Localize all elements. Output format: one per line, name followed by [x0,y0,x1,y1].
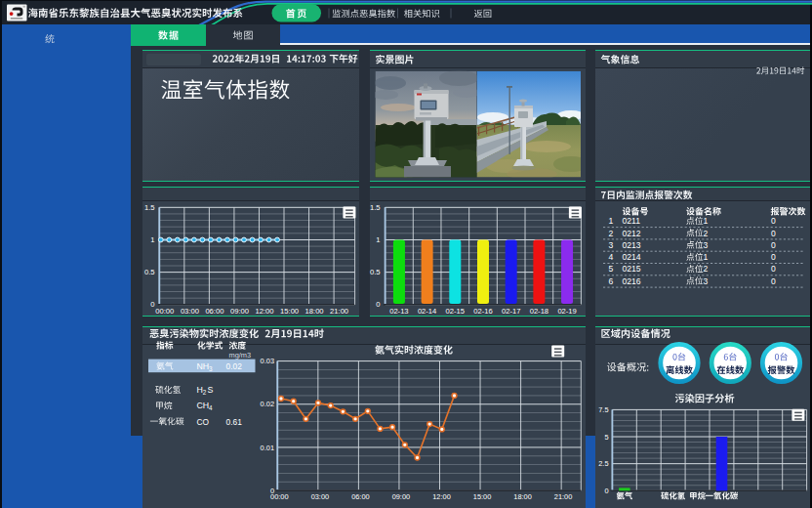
svg-text:4: 4 [209,404,213,411]
svg-text:5: 5 [604,433,608,442]
svg-text:3: 3 [609,240,614,250]
svg-text:0: 0 [771,252,776,262]
svg-text:02-17: 02-17 [502,307,520,316]
svg-text:03:00: 03:00 [311,492,330,501]
svg-text:0216: 0216 [623,276,641,286]
svg-text:0213: 0213 [623,240,641,250]
svg-text:02-14: 02-14 [418,307,436,316]
svg-text:1: 1 [704,216,709,226]
svg-text:03:00: 03:00 [181,307,199,316]
svg-text:02-19: 02-19 [557,307,576,316]
svg-text:02-13: 02-13 [389,307,408,316]
svg-text:02-15: 02-15 [446,307,465,316]
svg-text:0: 0 [150,300,154,309]
svg-text:6: 6 [609,276,614,286]
svg-text:02-16: 02-16 [473,307,492,316]
svg-text:0.01: 0.01 [261,444,274,452]
svg-text:0: 0 [771,240,776,250]
svg-text:3: 3 [704,276,709,286]
svg-text:18:00: 18:00 [305,307,324,316]
svg-text:0: 0 [771,229,776,238]
svg-text:00:00: 00:00 [270,492,289,501]
svg-text:0.03: 0.03 [261,357,274,365]
svg-text:02-18: 02-18 [530,307,548,316]
svg-text:1: 1 [376,235,380,244]
svg-text:1: 1 [704,252,709,262]
svg-text:2: 2 [203,389,207,396]
svg-text:CH: CH [197,401,210,410]
svg-text:S: S [207,385,213,395]
svg-text:0.61: 0.61 [226,417,243,427]
svg-text:1: 1 [150,235,154,244]
svg-text:2: 2 [704,264,709,274]
svg-text:0: 0 [376,300,380,309]
svg-text:3: 3 [704,240,709,250]
svg-text:0211: 0211 [623,216,641,226]
svg-text:1.5: 1.5 [370,203,381,212]
svg-text:09:00: 09:00 [392,492,411,501]
svg-text:09:00: 09:00 [230,307,249,316]
svg-text:0215: 0215 [623,264,641,274]
svg-text:0: 0 [771,276,776,286]
svg-text:0214: 0214 [623,252,641,262]
svg-text:0: 0 [771,264,776,274]
svg-text:12:00: 12:00 [255,307,273,316]
svg-text:06:00: 06:00 [351,492,370,501]
svg-text:3: 3 [209,365,213,372]
svg-text:0.5: 0.5 [144,268,155,276]
svg-text:0.02: 0.02 [261,400,274,408]
svg-text:1.5: 1.5 [144,203,155,212]
svg-text:CO: CO [197,417,210,427]
svg-text:0: 0 [771,216,776,226]
svg-text:NH: NH [197,361,210,371]
svg-text:0.5: 0.5 [370,268,381,276]
svg-text:15:00: 15:00 [280,307,299,316]
svg-text:7.5: 7.5 [598,405,608,414]
svg-text:06:00: 06:00 [205,307,223,316]
svg-text:21:00: 21:00 [554,492,573,501]
svg-text:12:00: 12:00 [432,492,451,501]
svg-text:2: 2 [609,229,614,238]
svg-text:21:00: 21:00 [330,307,348,316]
svg-text:00:00: 00:00 [155,307,174,316]
svg-text:0: 0 [604,487,608,495]
svg-text:mg/m3: mg/m3 [229,351,252,360]
svg-text:15:00: 15:00 [473,492,492,501]
svg-text:1: 1 [609,216,614,226]
svg-text:18:00: 18:00 [513,492,532,501]
svg-text:5: 5 [609,264,614,274]
svg-text:4: 4 [609,252,614,262]
svg-text:2: 2 [704,229,709,238]
svg-text:2.5: 2.5 [598,459,608,468]
svg-text:0.02: 0.02 [226,361,243,371]
svg-text:0212: 0212 [623,229,641,238]
